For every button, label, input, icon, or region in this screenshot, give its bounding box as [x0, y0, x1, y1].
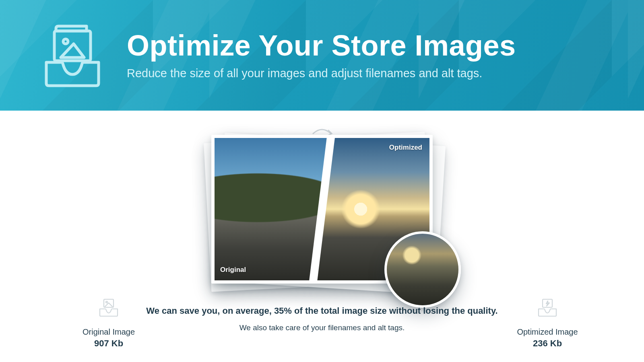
hero-subtitle: Reduce the size of all your images and a…	[127, 67, 516, 80]
svg-point-3	[106, 301, 107, 303]
summary-blurb: We can save you, on average, 35% of the …	[0, 306, 644, 332]
blurb-headline: We can save you, on average, 35% of the …	[0, 306, 644, 316]
hero-title: Optimize Your Store Images	[127, 31, 516, 61]
original-tag: Original	[220, 266, 246, 274]
svg-point-1	[63, 39, 68, 44]
image-comparison: Original Optimized	[211, 135, 433, 284]
content-area: Original Image 907 Kb Optimized Image 23…	[0, 111, 644, 362]
optimized-size: 236 Kb	[491, 338, 604, 349]
optimized-tag: Optimized	[389, 144, 422, 152]
magnifier-lens	[384, 231, 461, 308]
original-size: 907 Kb	[52, 338, 165, 349]
hero-banner: Optimize Your Store Images Reduce the si…	[0, 0, 644, 111]
blurb-subline: We also take care of your filenames and …	[0, 323, 644, 332]
inbox-image-icon	[42, 21, 103, 90]
